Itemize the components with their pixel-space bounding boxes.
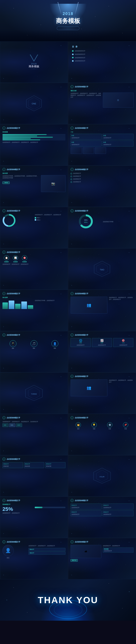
- s20-icon-circle-1: 👑: [76, 422, 81, 428]
- s23-text: 点此添加文字，点此添加文字: [3, 512, 33, 514]
- s8-title: 点此添加标题文字: [75, 168, 88, 171]
- s4-body: 点此添加文字，点此添加文字，点此添加文字，点此添加文字，点此添加文字，点此添加文…: [71, 92, 133, 108]
- s14-right: 点此添加文字，点此添加文字，点此添加文字，点此添加文字: [109, 296, 133, 314]
- s20-icon-circle-4: 📌: [123, 422, 128, 428]
- s15-icon-circle-1: 📱: [10, 340, 16, 347]
- s16-col-1: 🌐 关联 点此添加文字: [71, 338, 91, 347]
- s23-percent: 25%: [3, 506, 33, 512]
- pie-chart-svg: [3, 214, 16, 227]
- legend-label-2: 类别二: [37, 219, 41, 221]
- tl-content-3: 点此添加文字: [73, 178, 133, 180]
- s16-content: 2 点此添加标题文字 🌐 关联 点此添加文字 📈 发展 点此添加文字 🎯 方向: [71, 334, 133, 347]
- s6-img-3: [95, 147, 106, 154]
- s15-icon-2: 🎵 图标: [31, 340, 37, 349]
- s25-card-text-2: 添加文字: [30, 552, 64, 554]
- s14-num: 2: [71, 292, 74, 295]
- bar-fill-3: [3, 137, 53, 138]
- bar-track-1: [3, 134, 65, 135]
- s7-text: 点此添加文字内容，点此添加文字内容，点此添加文字内容，点此添加文字内容: [3, 175, 39, 179]
- s25-left: 👤 姓名: [3, 545, 27, 559]
- s7-title: 点此添加标题文字: [7, 168, 20, 171]
- legend-label-1: 类别一: [37, 217, 41, 219]
- toc-item-3: 点此添加目录文字: [72, 57, 132, 59]
- slide-cover-mini: 2018 商务模板: [0, 42, 68, 83]
- s16-cols: 🌐 关联 点此添加文字 📈 发展 点此添加文字 🎯 方向 点此添加文字: [71, 338, 133, 347]
- svg-line-0: [30, 54, 34, 61]
- s9-title: 点此添加标题文字: [7, 210, 20, 212]
- s16-col-3-title: 方向: [114, 342, 132, 344]
- s11-icon-2: 📊: [13, 255, 18, 260]
- s6-img-2: [83, 147, 94, 154]
- toc-dot-2: [72, 54, 74, 55]
- s18-left: 👥: [71, 379, 107, 396]
- s19-num: 3: [3, 416, 6, 419]
- s6-subtitle: 关键: [71, 131, 133, 133]
- s25-card-2: 添加文字: [29, 552, 65, 555]
- s21-box-2-title: 添加文字: [25, 463, 43, 465]
- s9-right: 点此添加文字，点此添加文字，点此添加文字 类别一 类别二: [35, 214, 65, 228]
- s6-box-4-text: 点此添加文字: [103, 144, 132, 146]
- s25-card-1: 添加文字: [29, 548, 65, 551]
- s26-image: 🏙: [71, 545, 101, 558]
- s24-box-3-text: 点此添加文字: [72, 514, 101, 515]
- donut-svg: 35% 65%: [78, 214, 93, 229]
- s6-images: [71, 147, 133, 154]
- s26-card-title: 添加标题: [104, 548, 132, 550]
- svg-line-3: [34, 54, 39, 62]
- s15-icon-circle-2: 🎵: [31, 340, 37, 347]
- s4-content: 1 点此添加标题文字 项目分析 点此添加文字，点此添加文字，点此添加文字，点此添…: [71, 85, 133, 108]
- slide-s5: 1 点此添加标题文字 添加标题: [0, 124, 68, 166]
- bar-row-4: [3, 138, 65, 139]
- cover-slide: 2018 商务模板: [0, 0, 136, 42]
- slide-s9: 1 点此添加标题文字 点此添加文字，点此添加文字，点此添加文字: [0, 207, 68, 248]
- s26-num: 4: [71, 540, 74, 544]
- bar-track-2: [3, 136, 65, 136]
- s11-header: 2 点此添加标题文字: [3, 251, 65, 254]
- s24-box-4-title: 添加文字: [103, 511, 132, 513]
- slide-section-one: ONE: [0, 83, 68, 124]
- s26-badge: 最新导读: [71, 559, 78, 562]
- toc-text-3: 点此添加目录文字: [75, 57, 85, 59]
- s24-box-3-title: 添加文字: [72, 511, 101, 513]
- s20-label-1: 标题: [77, 428, 79, 430]
- slide-s23: 4 点此添加标题文字 添加标题文字 25% 点此添加文字，点此添加文字: [0, 496, 68, 538]
- s4-title: 点此添加标题文字: [75, 86, 88, 88]
- s18-right: 点此添加文字，点此添加文字，点此添加文字: [109, 379, 133, 396]
- s10-header: 2 点此添加标题文字: [71, 209, 133, 212]
- s18-content: 3 点此添加标题文字 👥 点此添加文字，点此添加文字，点此添加文字: [71, 375, 133, 396]
- s16-header: 2 点此添加标题文字: [71, 334, 133, 336]
- s20-icon-circle-2: 💡: [92, 422, 97, 428]
- s7-button[interactable]: 了解更多: [3, 182, 10, 184]
- s6-box-1-text: 点此添加文字: [72, 137, 101, 139]
- s6-box-2-text: 点此添加文字: [103, 137, 132, 139]
- s7-image: 📷: [41, 175, 65, 192]
- slide-s4: 1 点此添加标题文字 项目分析 点此添加文字，点此添加文字，点此添加文字，点此添…: [68, 83, 136, 124]
- slide-s14: 2 点此添加标题文字 👥 点此添加文字，点此添加文字，点此添加文字，点此添加文字: [68, 290, 136, 331]
- s26-text: 点此添加文字，点此添加文字: [103, 545, 133, 547]
- slide-s10: 2 点此添加标题文字 35% 65% 点此添加文字内容: [68, 207, 136, 248]
- s20-header: 3 点此添加标题文字: [71, 416, 133, 419]
- s7-img-icon: 📷: [51, 182, 55, 186]
- toc-item-4: 点此添加目录文字: [72, 60, 132, 62]
- s6-boxes: 标题 点此添加文字 标题 点此添加文字 标题 点此添加文字 标题 点此添加文字: [71, 134, 133, 146]
- legend-1: 类别一: [35, 217, 65, 219]
- s16-title: 点此添加标题文字: [75, 334, 88, 336]
- s16-col-1-title: 关联: [72, 342, 90, 344]
- s11-col-2-text: 点此添加文字: [12, 263, 19, 265]
- s20-title: 点此添加标题文字: [75, 416, 88, 419]
- s19-title: 点此添加标题文字: [7, 416, 20, 419]
- s24-box-1: 添加文字 点此添加文字: [71, 504, 102, 510]
- s6-box-3: 标题 点此添加文字: [71, 140, 102, 146]
- s9-num: 1: [3, 209, 6, 212]
- bar-track-5: [3, 139, 65, 140]
- s6-box-3-text: 点此添加文字: [72, 144, 101, 146]
- s6-header: 1 点此添加标题文字: [71, 126, 133, 130]
- s6-box-2-title: 标题: [103, 135, 132, 136]
- avatar-icon: 👤: [5, 548, 11, 553]
- cover-landscape: [0, 30, 136, 42]
- s16-col-3-text: 点此添加文字: [114, 344, 132, 346]
- s21-box-3-title: 添加文字: [46, 463, 64, 465]
- s16-col-2-icon: 📈: [93, 339, 111, 342]
- s6-img-1: [71, 147, 82, 154]
- tl-dot-2: [71, 176, 72, 177]
